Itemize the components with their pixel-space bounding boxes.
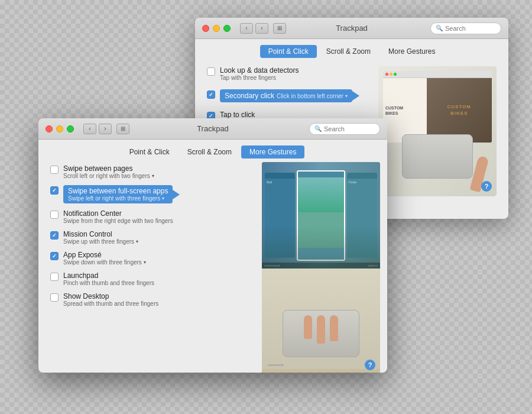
back-tab-more-gestures[interactable]: More Gestures (380, 45, 443, 58)
setting-show-desktop: Show Desktop Spread with thumb and three… (50, 292, 241, 307)
back-tabs-row: Point & Click Scroll & Zoom More Gesture… (195, 39, 508, 62)
notification-center-label: Notification Center (63, 209, 173, 218)
front-traffic-lights (46, 125, 74, 132)
back-titlebar: ‹ › ⊞ Trackpad 🔍 (195, 18, 508, 39)
setting-notification-center: Notification Center Swipe from the right… (50, 209, 241, 224)
setting-mission-control: Mission Control Swipe up with three fing… (50, 230, 241, 245)
back-minimize-button[interactable] (213, 25, 220, 32)
back-close-button[interactable] (202, 25, 209, 32)
back-maximize-button[interactable] (223, 25, 231, 32)
back-question-mark[interactable]: ? (481, 181, 492, 192)
secondary-click-dropdown-icon[interactable]: ▾ (345, 93, 348, 99)
checkbox-app-expose[interactable] (50, 252, 59, 260)
front-nav-buttons: ‹ › ⊞ (83, 124, 129, 134)
front-search-icon: 🔍 (314, 125, 322, 132)
app-expose-text: App Exposé Swipe down with three fingers… (63, 251, 146, 266)
back-search-icon: 🔍 (436, 25, 443, 31)
swipe-fullscreen-highlight: Swipe between full-screen apps Swipe lef… (63, 185, 173, 203)
front-window-title: Trackpad (197, 124, 229, 133)
show-desktop-text: Show Desktop Spread with thumb and three… (63, 292, 158, 307)
mission-control-text: Mission Control Swipe up with three fing… (63, 230, 138, 245)
front-nav-back[interactable]: ‹ (83, 124, 96, 134)
lookup-label: Look up & data detectors (220, 66, 299, 75)
front-titlebar: ‹ › ⊞ Trackpad 🔍 (38, 118, 387, 140)
back-tab-point-click[interactable]: Point & Click (260, 45, 317, 58)
swipe-pages-dropdown-icon[interactable]: ▾ (152, 173, 154, 179)
back-preview-area: CUSTOM BIKES CUSTOMBIKES ? (378, 66, 497, 196)
front-preview-area: Mail Finder comm (262, 162, 380, 373)
secondary-click-sublabel: Click in bottom left corner (277, 93, 343, 99)
front-tabs-row: Point & Click Scroll & Zoom More Gesture… (38, 140, 387, 162)
back-search-field[interactable]: 🔍 (430, 22, 501, 34)
front-search-input[interactable] (324, 125, 377, 132)
gesture-preview-top: Mail Finder comm (262, 162, 380, 269)
swipe-pages-label: Swipe between pages (63, 164, 154, 173)
back-search-input[interactable] (445, 25, 498, 32)
checkbox-launchpad[interactable] (50, 273, 59, 281)
secondary-click-arrow (352, 91, 359, 101)
back-trackpad-shape (402, 134, 473, 179)
swipe-pages-text: Swipe between pages Scroll left or right… (63, 164, 154, 179)
checkbox-swipe-pages[interactable] (50, 166, 59, 174)
back-nav-back[interactable]: ‹ (240, 23, 253, 34)
front-minimize-button[interactable] (56, 125, 63, 132)
front-close-button[interactable] (46, 125, 53, 132)
swipe-fullscreen-dropdown-icon[interactable]: ▾ (162, 196, 164, 201)
setting-app-expose: App Exposé Swipe down with three fingers… (50, 251, 241, 266)
setting-lookup: Look up & data detectors Tap with three … (207, 66, 366, 81)
mission-control-label: Mission Control (63, 230, 138, 238)
setting-secondary-click: Secondary click Click in bottom left cor… (207, 89, 366, 102)
back-tab-scroll-zoom[interactable]: Scroll & Zoom (318, 45, 379, 58)
swipe-pages-sublabel: Scroll left or right with two fingers (63, 173, 150, 179)
checkbox-notification-center[interactable] (50, 211, 59, 219)
mission-control-dropdown-icon[interactable]: ▾ (136, 239, 138, 244)
swipe-fullscreen-label: Swipe between full-screen apps (68, 187, 168, 195)
front-nav-forward[interactable]: › (99, 124, 112, 134)
secondary-click-highlight: Secondary click Click in bottom left cor… (220, 89, 352, 102)
launchpad-text: Launchpad Pinch with thumb and three fin… (63, 271, 154, 286)
front-grid-button[interactable]: ⊞ (116, 124, 129, 134)
launchpad-sublabel: Pinch with thumb and three fingers (63, 280, 154, 286)
gesture-preview-content: Mail Finder comm (262, 162, 380, 373)
front-window: ‹ › ⊞ Trackpad 🔍 Point & Click Scroll & … (38, 118, 387, 373)
checkbox-mission-control[interactable] (50, 231, 59, 240)
front-search-field[interactable]: 🔍 (309, 123, 380, 135)
setting-launchpad: Launchpad Pinch with thumb and three fin… (50, 271, 241, 286)
front-tab-point-click[interactable]: Point & Click (121, 145, 178, 159)
tap-to-click-label: Tap to click (220, 111, 270, 119)
gesture-preview-bottom: command option (262, 269, 380, 373)
front-tab-more-gestures[interactable]: More Gestures (241, 145, 304, 159)
back-nav-buttons: ‹ › ⊞ (240, 23, 286, 34)
checkbox-lookup[interactable] (207, 67, 215, 76)
checkbox-show-desktop[interactable] (50, 293, 59, 302)
back-preview-image: CUSTOM BIKES CUSTOMBIKES ? (378, 66, 497, 196)
swipe-fullscreen-arrow (173, 190, 180, 199)
secondary-click-label: Secondary click (225, 92, 274, 100)
front-tab-scroll-zoom[interactable]: Scroll & Zoom (179, 145, 240, 159)
app-expose-dropdown-icon[interactable]: ▾ (144, 260, 146, 265)
checkbox-swipe-fullscreen[interactable] (50, 186, 59, 195)
back-nav-forward[interactable]: › (255, 23, 268, 34)
setting-swipe-pages: Swipe between pages Scroll left or right… (50, 164, 241, 179)
app-expose-label: App Exposé (63, 251, 146, 259)
front-maximize-button[interactable] (67, 125, 74, 132)
lookup-sublabel: Tap with three fingers (220, 75, 299, 81)
show-desktop-label: Show Desktop (63, 292, 158, 300)
mission-control-sublabel: Swipe up with three fingers (63, 238, 134, 245)
notification-center-sublabel: Swipe from the right edge with two finge… (63, 218, 173, 224)
back-traffic-lights (202, 25, 231, 32)
launchpad-label: Launchpad (63, 271, 154, 280)
lookup-text: Look up & data detectors Tap with three … (220, 66, 299, 81)
notification-center-text: Notification Center Swipe from the right… (63, 209, 173, 224)
back-window-title: Trackpad (336, 24, 368, 33)
swipe-fullscreen-sublabel: Swipe left or right with three fingers (68, 195, 160, 202)
setting-swipe-fullscreen: Swipe between full-screen apps Swipe lef… (50, 185, 241, 203)
front-settings-list: Swipe between pages Scroll left or right… (38, 162, 252, 373)
front-main-content: Swipe between pages Scroll left or right… (38, 162, 387, 373)
app-expose-sublabel: Swipe down with three fingers (63, 259, 142, 266)
front-question-mark[interactable]: ? (365, 360, 375, 370)
show-desktop-sublabel: Spread with thumb and three fingers (63, 300, 158, 307)
back-grid-button[interactable]: ⊞ (273, 23, 286, 34)
checkbox-secondary-click[interactable] (207, 90, 215, 99)
